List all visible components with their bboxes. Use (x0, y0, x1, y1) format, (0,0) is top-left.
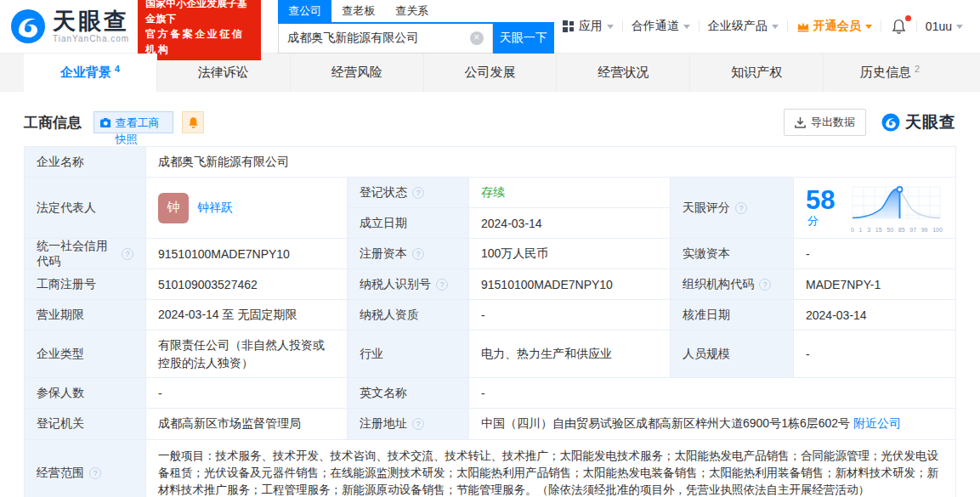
field-taxpayer-id-label: 纳税人识别号? (348, 269, 469, 300)
view-snapshot-button[interactable]: 查看工商快照 (93, 111, 173, 133)
score-chart-x-axis: 01 315 5085 9799 100 (850, 227, 943, 233)
monitor-bell-button[interactable] (182, 111, 204, 133)
nav-enterprise-products[interactable]: 企业级产品 (700, 19, 787, 34)
field-reg-status-value: 存续 (469, 178, 671, 208)
field-reg-address-value: 中国（四川）自由贸易试验区成都高新区梓州大道6900号1栋6层602号 附近公司 (469, 409, 955, 440)
help-icon[interactable]: ? (412, 418, 424, 430)
field-business-term-label: 营业期限 (25, 300, 146, 330)
download-icon (795, 117, 806, 128)
chevron-down-icon (772, 25, 779, 29)
business-info-header: 工商信息 查看工商快照 导出数据 天眼查 (0, 92, 980, 146)
field-org-code-value: MADE7NPY-1 (794, 269, 955, 300)
field-paid-capital-value: - (794, 239, 955, 269)
field-org-code-label: 组织机构代码? (671, 269, 794, 300)
tianyancha-watermark: 天眼查 (881, 111, 956, 133)
field-taxpayer-quality-value: - (469, 300, 671, 330)
field-taxpayer-quality-label: 纳税人资质 (348, 300, 469, 330)
notification-dot (905, 15, 911, 21)
tab-history-info[interactable]: 历史信息2 (824, 54, 956, 92)
nearby-companies-link[interactable]: 附近公司 (853, 416, 901, 432)
notifications-bell[interactable] (881, 19, 916, 34)
tab-business-background[interactable]: 企业背景4 (24, 54, 157, 92)
field-score-value: 58分 (794, 178, 955, 239)
field-english-name-label: 英文名称 (348, 378, 469, 409)
field-reg-authority-label: 登记机关 (25, 409, 146, 440)
user-menu[interactable]: 01uu (917, 20, 972, 33)
chevron-down-icon (865, 25, 872, 29)
field-insured-count-value: - (146, 378, 348, 409)
field-credit-code-label: 统一社会信用代码? (25, 239, 146, 269)
camera-icon (100, 117, 110, 128)
field-establish-date-label: 成立日期 (348, 208, 469, 239)
tab-legal-litigation[interactable]: 法律诉讼 (157, 54, 291, 92)
help-icon[interactable]: ? (759, 279, 771, 291)
field-reg-authority-value: 成都高新区市场监督管理局 (146, 409, 348, 440)
field-credit-code-value: 91510100MADE7NPY10 (146, 239, 348, 269)
search-tab-company[interactable]: 查公司 (278, 0, 331, 22)
help-icon[interactable]: ? (436, 279, 448, 291)
field-approval-date-value: 2024-03-14 (794, 300, 955, 330)
field-industry-value: 电力、热力生产和供应业 (469, 330, 671, 378)
export-data-button[interactable]: 导出数据 (784, 109, 866, 136)
chevron-down-icon (683, 25, 690, 29)
tab-operation-risk[interactable]: 经营风险 (291, 54, 424, 92)
tab-badge: 4 (115, 64, 120, 74)
field-reg-number-label: 工商注册号 (25, 269, 146, 300)
tab-operation-status[interactable]: 经营状况 (557, 54, 690, 92)
nav-partner-channel[interactable]: 合作通道 (623, 19, 699, 34)
field-establish-date-value: 2024-03-14 (469, 208, 671, 239)
search-input[interactable]: 成都奥飞新能源有限公司 × (278, 24, 493, 54)
field-taxpayer-id-value: 91510100MADE7NPY10 (469, 269, 671, 300)
field-reg-number-value: 510109003527462 (146, 269, 348, 300)
section-title: 工商信息 (24, 113, 82, 133)
field-business-scope-value: 一般项目：技术服务、技术开发、技术咨询、技术交流、技术转让、技术推广；太阳能发电… (146, 440, 955, 497)
gov-badge-line2: 官方备案企业征信机构 (145, 26, 253, 57)
help-icon[interactable]: ? (89, 467, 101, 479)
field-staff-size-value: - (794, 330, 955, 378)
nav-open-vip[interactable]: 开通会员 (788, 19, 881, 34)
top-nav: 应用 合作通道 企业级产品 开通会员 01uu (554, 19, 972, 34)
field-reg-status-label: 登记状态? (348, 178, 469, 208)
logo-title: 天眼查 (53, 9, 129, 33)
help-icon[interactable]: ? (412, 248, 424, 260)
chevron-down-icon (607, 25, 614, 29)
gov-badge: 国家中小企业发展子基金旗下 官方备案企业征信机构 (138, 0, 261, 60)
grid-icon (563, 20, 575, 32)
chevron-down-icon (956, 25, 963, 29)
field-paid-capital-label: 实缴资本 (671, 239, 794, 269)
field-legal-rep-label: 法定代表人 (25, 178, 146, 239)
tab-company-development[interactable]: 公司发展 (424, 54, 558, 92)
nav-apps[interactable]: 应用 (554, 19, 622, 34)
field-business-scope-label: 经营范围? (25, 440, 146, 497)
field-reg-address-label: 注册地址? (348, 409, 469, 440)
field-company-type-value: 有限责任公司（非自然人投资或控股的法人独资） (146, 330, 348, 378)
search-input-value: 成都奥飞新能源有限公司 (287, 31, 418, 46)
field-english-name-value: - (469, 378, 955, 409)
search-tab-boss[interactable]: 查老板 (331, 0, 385, 22)
bell-icon (892, 19, 906, 34)
search-tab-relation[interactable]: 查关系 (385, 0, 439, 22)
help-icon[interactable]: ? (122, 248, 133, 260)
gov-badge-line1: 国家中小企业发展子基金旗下 (145, 0, 253, 26)
bell-icon (188, 116, 199, 128)
field-staff-size-label: 人员规模 (671, 330, 794, 378)
help-icon[interactable]: ? (412, 187, 424, 199)
tianyancha-logo[interactable]: 天眼查 TianYanCha.com (10, 8, 129, 44)
search-tabs: 查公司 查老板 查关系 (278, 0, 554, 24)
legal-rep-avatar[interactable]: 钟 (158, 193, 189, 223)
clear-search-icon[interactable]: × (470, 31, 484, 45)
score-number: 58 (806, 185, 835, 215)
search-button[interactable]: 天眼一下 (493, 24, 554, 54)
field-company-name-label: 企业名称 (25, 147, 146, 178)
field-score-label: 天眼评分? (671, 178, 794, 239)
field-approval-date-label: 核准日期 (671, 300, 794, 330)
field-insured-count-label: 参保人数 (25, 378, 146, 409)
legal-rep-link[interactable]: 钟祥跃 (197, 200, 233, 216)
help-icon[interactable]: ? (735, 202, 747, 214)
top-header: 天眼查 TianYanCha.com 国家中小企业发展子基金旗下 官方备案企业征… (0, 0, 980, 53)
field-industry-label: 行业 (348, 330, 469, 378)
tab-intellectual-property[interactable]: 知识产权 (690, 54, 824, 92)
score-distribution-chart: 01 315 5085 9799 100 (850, 184, 943, 233)
field-company-name-value: 成都奥飞新能源有限公司 (146, 147, 955, 178)
field-company-type-label: 企业类型 (25, 330, 146, 378)
